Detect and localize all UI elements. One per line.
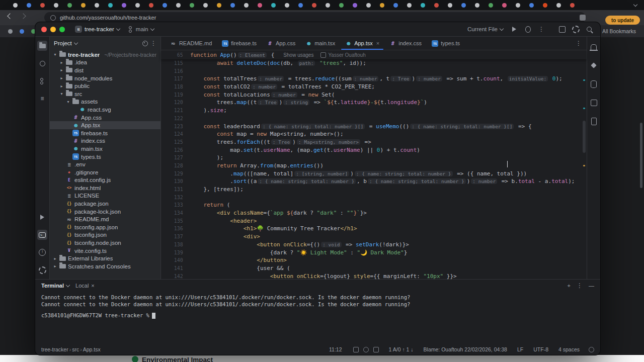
terminal-prompt[interactable]: c5384101@FHGDW67T2W tree-tracker % [41,312,594,319]
breadcrumb[interactable]: src [72,346,79,352]
browser-tab[interactable] [176,3,181,8]
run-button[interactable] [509,24,519,34]
run-tool-button[interactable] [37,212,47,222]
editor-tab[interactable]: MDREADME.md [165,37,217,50]
tab-search-icon[interactable] [633,2,637,6]
site-info-icon[interactable] [50,15,56,21]
project-widget[interactable]: tt tree-tracker [72,25,122,34]
device-manager-button[interactable] [589,116,599,126]
hide-panel-icon[interactable]: — [589,283,594,289]
pull-requests-tool-button[interactable] [37,76,47,86]
project-tree-item[interactable]: {}package-lock.json [50,208,160,216]
browser-tab[interactable] [203,3,208,8]
editor-tab[interactable]: #App.css [262,37,300,50]
file-encoding[interactable]: UTF-8 [533,346,548,352]
browser-tab[interactable] [529,3,534,8]
browser-tab[interactable] [67,3,72,8]
browser-tab[interactable] [40,3,45,8]
browser-tab[interactable] [271,3,276,8]
browser-tab[interactable] [353,3,357,8]
browser-tab[interactable] [448,3,452,8]
browser-tab[interactable] [421,3,425,8]
breadcrumb[interactable]: tree-tracker [41,346,68,352]
panel-options-icon[interactable]: ⋮ [150,41,156,46]
terminal-tool-button[interactable]: >_ [37,230,47,240]
browser-tab[interactable] [54,3,58,8]
browser-tab[interactable] [475,3,479,8]
browser-tab[interactable] [190,3,194,8]
terminal-title[interactable]: Terminal [41,283,69,289]
editor-tab[interactable]: ⊛main.tsx [300,37,340,50]
address-bar[interactable]: github.com/yasserouaftouh/tree-tracker [44,12,586,23]
structure-tool-button[interactable]: ≡ [37,94,47,104]
project-tree-item[interactable]: Vvite.config.ts [50,247,160,255]
browser-tab[interactable] [135,3,140,8]
back-icon[interactable] [7,13,13,19]
terminal-options-icon[interactable]: ⋮ [577,283,583,288]
editor-tab[interactable]: #index.css [384,37,427,50]
minimize-window-icon[interactable] [50,27,56,32]
project-tree-item[interactable]: MDREADME.md [50,215,160,223]
more-actions-button[interactable]: ⋮ [536,24,546,34]
project-tree-item[interactable]: ▸dist [50,66,160,74]
project-tree-item[interactable]: ▾assets [50,98,160,106]
project-tree-item[interactable]: ▸node_modules [50,74,160,82]
database-button[interactable] [589,79,599,89]
project-tree-item[interactable]: ≡.env [50,160,160,168]
settings-button[interactable] [571,24,581,34]
project-tree-item[interactable]: ▸public [50,82,160,90]
tool-windows-button[interactable] [557,24,567,34]
ai-assistant-button[interactable] [589,60,599,70]
show-usages-link[interactable]: Show usages [283,52,313,58]
notifications-button[interactable] [589,42,599,52]
bookmark-favicon[interactable] [8,29,13,34]
browser-tab[interactable] [298,3,303,8]
browser-tab[interactable] [217,3,221,8]
project-tree-item[interactable]: ⊛react.svg [50,106,160,114]
page-scrollbar[interactable] [640,123,642,188]
browser-tab[interactable] [570,3,575,8]
browser-tab[interactable] [149,3,153,8]
new-session-icon[interactable]: + [568,283,571,289]
vcs-status[interactable]: 1 A/0 ↑ 1 ↓ [389,346,414,352]
status-widget-icon[interactable] [373,347,379,352]
extensions-icon[interactable] [580,15,586,21]
browser-tab[interactable] [366,3,371,8]
status-widget-icon[interactable] [353,347,359,352]
browser-tab[interactable] [339,3,344,8]
browser-tab[interactable] [13,3,18,8]
browser-tab[interactable] [312,3,316,8]
browser-tab[interactable] [163,3,167,8]
close-icon[interactable]: × [91,283,94,289]
browser-tab[interactable] [285,3,289,8]
project-tree-item[interactable]: ▾src [50,90,160,98]
project-tree-item[interactable]: #index.css [50,137,160,145]
terminal-output[interactable]: Cannot connect to the Docker daemon at u… [35,292,600,344]
services-tool-button[interactable] [37,265,47,275]
editor-tab[interactable]: ⊛App.tsx× [340,37,384,50]
forward-icon[interactable] [20,13,26,19]
browser-tab[interactable] [95,3,99,8]
project-tool-button[interactable] [37,41,47,51]
project-tree-item[interactable]: {}package.json [50,200,160,208]
readonly-lock-icon[interactable] [589,347,594,352]
browser-update-chip[interactable]: to update [605,16,640,25]
project-tree-item[interactable]: <>index.html [50,184,160,192]
bookmark-favicon[interactable] [20,29,24,34]
browser-tab[interactable] [258,3,262,8]
git-blame[interactable]: Blame: Ouaftouh 22/02/2026, 04:38 [424,346,507,352]
chevron-down-icon[interactable] [74,40,78,44]
sticky-context-line[interactable]: 65 function App(): Element { Show usages… [161,50,587,59]
browser-tab[interactable] [502,3,507,8]
project-tree-item[interactable]: #App.css [50,114,160,122]
browser-tab[interactable] [380,3,384,8]
caret-position[interactable]: 11:12 [329,346,342,352]
problems-tool-button[interactable]: ! [37,247,47,257]
browser-tab[interactable] [393,3,398,8]
editor-more-icon[interactable]: ⋮ [576,41,582,46]
editor-scrollbar[interactable] [583,121,586,153]
project-tree-item[interactable]: Eeslint.config.js [50,176,160,185]
project-tree-item[interactable]: ▸Scratches and Consoles [50,262,160,270]
project-tree-item[interactable]: TStypes.ts [50,153,160,161]
project-tree-item[interactable]: ▾tree-tracker~/Projects/tree-tracker [50,51,160,59]
